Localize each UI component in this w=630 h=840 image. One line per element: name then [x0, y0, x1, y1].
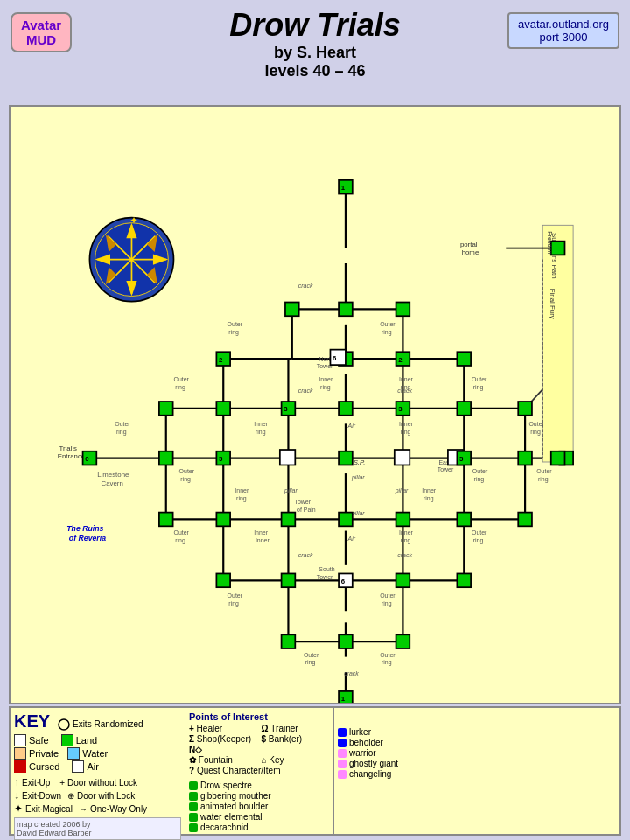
svg-text:ring: ring [320, 384, 331, 391]
dot-boulder [189, 802, 198, 811]
dot-gibbering [189, 792, 198, 801]
svg-text:of Reveria: of Reveria [69, 534, 106, 542]
svg-text:Outer: Outer [528, 421, 544, 427]
svg-text:ring: ring [228, 600, 239, 607]
svg-text:Inner: Inner [399, 421, 414, 427]
svg-rect-201 [282, 513, 296, 527]
svg-text:ring: ring [401, 384, 411, 391]
svg-rect-202 [339, 513, 353, 527]
svg-text:Inner: Inner [234, 487, 249, 494]
svg-text:Cavern: Cavern [102, 480, 123, 487]
svg-text:ring: ring [180, 476, 191, 483]
dot-changeling [338, 770, 346, 779]
svg-text:ring: ring [473, 384, 484, 391]
svg-text:Outer: Outer [472, 376, 487, 382]
dot-water-elemental [189, 813, 198, 822]
legend-safe: Safe Land [14, 734, 181, 746]
exits-randomized-label: Exits Randomized [58, 719, 143, 729]
svg-text:ring: ring [116, 429, 127, 436]
exit-magic-icon: ✦ [14, 802, 23, 815]
swatch-private [14, 747, 26, 760]
svg-text:Inner: Inner [256, 537, 270, 543]
legend-private: Private Water [14, 747, 181, 760]
svg-text:5: 5 [219, 455, 223, 463]
svg-text:portal: portal [460, 241, 478, 248]
svg-text:Outer: Outer [115, 421, 130, 427]
svg-text:ring: ring [530, 429, 541, 436]
svg-text:Outer: Outer [179, 468, 195, 474]
avatar-badge: Avatar MUD [10, 12, 72, 52]
dot-drow-spectre [189, 781, 198, 790]
svg-rect-213 [339, 634, 353, 648]
svg-text:✦: ✦ [130, 214, 138, 227]
svg-text:Tower: Tower [294, 499, 311, 505]
svg-text:of Pain: of Pain [297, 507, 316, 513]
poi-header: Points of Interest [189, 711, 330, 722]
svg-rect-177 [159, 402, 173, 416]
svg-text:crack: crack [298, 388, 313, 394]
exit-down-icon: ↓ [14, 789, 19, 802]
legend-cursed: Cursed Air [14, 760, 181, 773]
svg-rect-197 [518, 452, 532, 466]
svg-text:ring: ring [424, 495, 434, 502]
svg-text:ring: ring [382, 329, 392, 336]
svg-text:The Ruins: The Ruins [66, 524, 103, 533]
dot-warrior [338, 749, 346, 758]
svg-text:Tower: Tower [317, 574, 333, 580]
svg-rect-205 [518, 513, 532, 527]
svg-text:home: home [462, 248, 480, 256]
svg-text:Outer: Outer [472, 468, 488, 474]
svg-text:Inner: Inner [254, 529, 269, 536]
svg-text:ring: ring [175, 384, 186, 391]
svg-text:Outer: Outer [304, 652, 319, 658]
svg-text:Air: Air [347, 536, 356, 542]
legend-poi-symbols: Points of Interest + Healer Ω Trainer Σ … [186, 708, 334, 834]
svg-rect-200 [216, 513, 230, 527]
svg-text:ring: ring [401, 429, 411, 436]
svg-text:Inner: Inner [318, 376, 333, 382]
map-svg: ✦ [10, 107, 620, 703]
svg-text:Outer: Outer [228, 321, 243, 327]
svg-text:Outer: Outer [173, 376, 189, 382]
svg-text:ring: ring [401, 537, 411, 544]
svg-text:Entrance: Entrance [58, 452, 86, 460]
svg-rect-167 [396, 303, 410, 317]
svg-text:3: 3 [284, 405, 288, 413]
svg-text:pillar: pillar [351, 474, 365, 481]
svg-text:Air: Air [347, 423, 356, 429]
svg-rect-211 [457, 573, 471, 587]
svg-text:Outer: Outer [173, 529, 189, 536]
svg-rect-184 [457, 402, 471, 416]
svg-text:ring: ring [538, 476, 549, 483]
svg-text:Trial's: Trial's [60, 444, 77, 452]
svg-text:5: 5 [459, 455, 464, 463]
svg-text:ring: ring [305, 659, 316, 666]
svg-text:6: 6 [341, 578, 346, 585]
svg-text:Outer: Outer [380, 592, 396, 598]
swatch-safe [14, 734, 26, 746]
svg-text:Outer: Outer [536, 468, 552, 474]
svg-text:ring: ring [474, 476, 485, 483]
svg-rect-206 [216, 573, 230, 587]
swatch-air [72, 760, 84, 773]
svg-point-222 [59, 719, 69, 730]
svg-text:Outer: Outer [228, 592, 243, 598]
legend-panel: KEY Exits Randomized Safe Land Private W… [9, 706, 621, 836]
svg-text:Outer: Outer [472, 529, 487, 536]
svg-text:crack: crack [298, 552, 313, 558]
dot-lurker [338, 728, 346, 737]
svg-rect-192 [339, 452, 353, 466]
svg-text:3: 3 [398, 405, 402, 413]
svg-text:pillar: pillar [284, 487, 298, 494]
svg-text:S.P.: S.P. [354, 458, 366, 466]
svg-rect-203 [396, 513, 410, 527]
svg-text:1: 1 [341, 695, 346, 703]
key-title: KEY [14, 711, 50, 731]
map-area: ✦ [9, 105, 621, 704]
svg-rect-176 [457, 352, 471, 366]
server-badge: avatar.outland.org port 3000 [508, 12, 620, 49]
dot-beholder [338, 738, 346, 747]
svg-text:South: South [318, 566, 334, 572]
svg-rect-199 [159, 513, 173, 527]
ghostly-label: ghostly giant [349, 759, 398, 768]
